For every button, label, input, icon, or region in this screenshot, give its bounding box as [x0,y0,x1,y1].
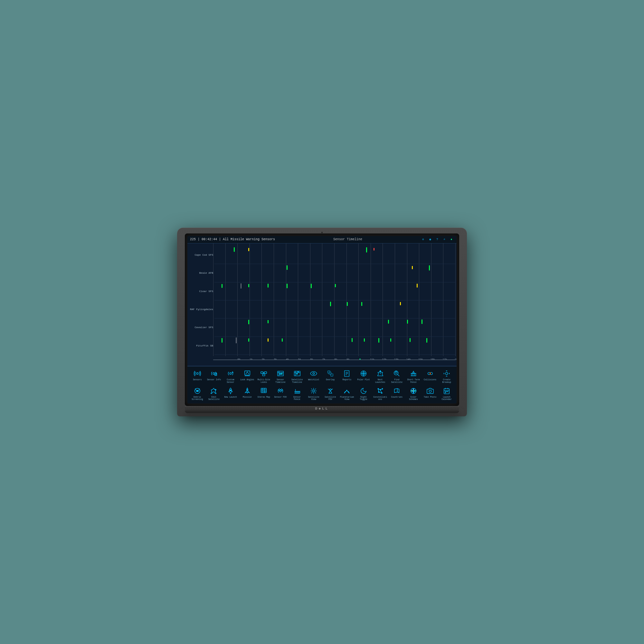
tool-constellations[interactable]: Constellations [372,386,388,402]
svg-point-0 [196,373,198,374]
blip[interactable] [410,338,411,342]
tool-sensors[interactable]: Sensors [189,368,205,382]
search-icon[interactable]: ⌕ [442,237,447,242]
tool-collisions-label: Collisions [424,379,436,381]
time-14h: 14h [406,358,411,361]
blip[interactable] [352,338,353,342]
sensor-label-pituffik: Pituffik SB [189,344,213,347]
blip[interactable] [222,338,223,343]
blip[interactable] [222,284,223,288]
svg-point-67 [230,390,231,391]
tool-missile[interactable]: Missile [239,386,255,399]
tool-take-photo[interactable]: Take Photo [422,386,438,399]
tool-sensor-info[interactable]: Sensor Info [206,368,222,382]
collisions-icon [426,369,435,378]
blip[interactable] [364,338,365,342]
user-icon[interactable]: ♦ [449,237,454,242]
blip[interactable] [268,320,269,323]
blip[interactable] [426,338,427,343]
blip[interactable] [287,265,288,270]
tool-sensor-timeline[interactable]: Sensor Timeline [272,368,289,384]
tool-overlay[interactable]: Overlay [322,368,338,382]
laptop-bottom [185,411,459,413]
blip[interactable] [248,320,249,324]
satellite-fov-icon [326,386,335,395]
blip[interactable] [234,247,235,252]
blip[interactable] [347,302,348,306]
tool-edit-satellite[interactable]: Edit Satellite [206,386,222,402]
tool-custom-sensor[interactable]: Custom Sensor [223,368,239,384]
blip[interactable] [429,265,430,270]
blip[interactable] [361,302,362,306]
svg-rect-27 [296,374,298,374]
blip[interactable] [390,338,391,342]
blip[interactable] [421,319,422,324]
github-icon[interactable]: ⊙ [421,237,426,242]
time-8h: 8h [334,358,337,361]
sound-icon[interactable]: ◉ [428,237,433,242]
tool-sensor-fence[interactable]: Sensor Fence [289,386,305,402]
time-7h: 7h [322,358,325,361]
time-17h: 17h [442,358,447,361]
time-16h: 16h [431,358,435,361]
blip[interactable] [248,248,249,251]
tool-polar-plot[interactable]: Polar Plot [355,368,372,382]
blip[interactable] [407,320,408,324]
blip[interactable] [282,338,283,342]
tool-new-launch[interactable]: New Launch [223,386,239,399]
blip[interactable] [236,337,236,343]
blip[interactable] [400,302,401,305]
tool-watchlist[interactable]: Watchlist [306,368,322,382]
blip[interactable] [388,320,389,324]
tool-create-breakup-label: Create Breakup [439,379,454,384]
tool-find-satellite[interactable]: Find Satellite [389,368,405,384]
blip[interactable] [335,284,336,287]
help-icon[interactable]: ? [435,237,440,242]
tool-short-term-fence[interactable]: Short Term Fence [405,368,421,384]
tool-sensor-fov[interactable]: Sensor FOV [272,386,289,399]
blip[interactable] [248,338,249,342]
tool-satellite-view[interactable]: Satellite View [306,386,322,402]
tool-reports[interactable]: Reports [339,368,355,382]
tool-satellite-fov[interactable]: Satellite FOV [322,386,338,402]
watchlist-icon [309,369,318,378]
tool-launch-calendar[interactable]: Launch Calendar [439,386,455,402]
sensor-fence-icon [293,386,302,395]
svg-point-113 [448,391,448,392]
svg-line-44 [398,374,400,376]
blip[interactable] [311,284,312,288]
tool-multi-site[interactable]: Multi-Site Looks [256,368,272,384]
reports-icon [342,369,351,378]
tool-stereo-map[interactable]: Stereo Map [256,386,272,399]
blip[interactable] [268,284,269,288]
blip[interactable] [268,338,269,342]
tool-debris-screening[interactable]: Debris Screening [189,386,205,402]
laptop-base: D◆LL [185,406,459,411]
blip[interactable] [366,247,367,252]
blip[interactable] [248,284,249,287]
svg-rect-13 [261,372,263,374]
custom-sensor-icon [226,369,235,378]
stereo-map-icon [259,386,268,395]
svg-rect-21 [279,374,281,374]
title-bar: 225 | 00:42:44 | All Missile Warning Sen… [187,236,457,243]
tool-countries[interactable]: Countries [389,386,405,399]
blip[interactable] [417,284,418,288]
tool-next-launches[interactable]: Next Launches [372,368,388,384]
tool-look-angles[interactable]: Look Angles [239,368,255,382]
debris-screening-icon [193,386,202,395]
blip[interactable] [330,302,331,306]
blip[interactable] [412,266,413,269]
blip[interactable] [378,338,379,343]
tool-night-toggle[interactable]: Night Toggle [355,386,372,402]
tool-color-schemes[interactable]: Color Schemes [405,386,421,402]
blip[interactable] [241,283,241,289]
tool-reports-label: Reports [343,379,351,381]
blip[interactable] [374,248,374,251]
tool-short-term-fence-label: Short Term Fence [406,379,421,384]
tool-satellite-timeline[interactable]: Satellite Timeline [289,368,305,384]
tool-collisions[interactable]: Collisions [422,368,438,382]
tool-planetarium[interactable]: Planetarium View [339,386,355,402]
blip[interactable] [287,284,288,288]
tool-create-breakup[interactable]: Create Breakup [439,368,455,384]
